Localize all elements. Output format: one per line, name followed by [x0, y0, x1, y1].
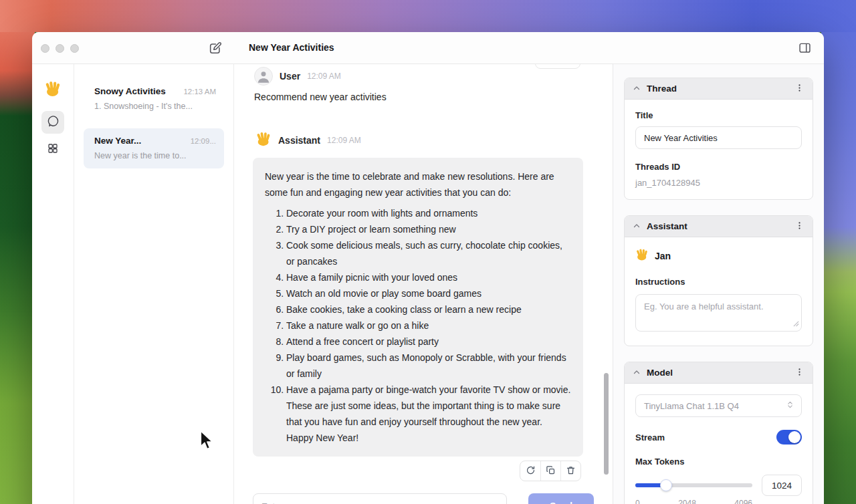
thread-item-title: Snowy Activities: [94, 86, 166, 96]
tick-label: 2048: [678, 499, 696, 504]
assistant-list-item: Play board games, such as Monopoly or Sc…: [286, 350, 571, 382]
thread-menu-button[interactable]: [794, 83, 805, 95]
kebab-menu-icon: [794, 221, 805, 233]
max-tokens-slider[interactable]: [635, 479, 752, 491]
close-window-icon[interactable]: [41, 44, 49, 53]
assistant-list-item: Have a family picnic with your loved one…: [286, 269, 571, 285]
assistant-list-item: Decorate your room with lights and ornam…: [286, 205, 571, 221]
stream-label: Stream: [635, 432, 665, 443]
assistant-name: Jan: [655, 251, 671, 261]
chevron-up-icon: [633, 221, 641, 233]
max-tokens-label: Max Tokens: [635, 457, 802, 467]
user-message-text: Recommend new year activities: [254, 92, 387, 102]
compose-icon: [208, 41, 223, 57]
assistant-list-item: Bake cookies, take a cooking class or le…: [286, 301, 571, 318]
thread-item-time: 12:13 AM: [183, 88, 216, 96]
chat-bubble-icon: [47, 115, 60, 130]
send-button[interactable]: Send: [528, 493, 594, 504]
chat-message-area: User 12:09 AM Recommend new year activit…: [234, 64, 613, 504]
regenerate-button[interactable]: [520, 461, 540, 481]
copy-button[interactable]: [540, 461, 560, 481]
assistant-card-header[interactable]: Assistant: [625, 216, 813, 237]
thread-list: Snowy Activities 12:13 AM 1. Snowshoeing…: [74, 64, 234, 504]
toggle-right-panel-button[interactable]: [796, 41, 813, 57]
jan-logo-hand-icon: [44, 80, 62, 98]
kebab-menu-icon: [794, 367, 805, 379]
threads-id-label: Threads ID: [635, 162, 802, 172]
model-card: Model TinyLlama Chat 1.1B Q4: [624, 362, 813, 504]
stream-toggle[interactable]: [776, 430, 802, 445]
chevron-up-icon: [633, 367, 641, 379]
assistant-message-intro: New year is the time to celebrate and ma…: [265, 168, 571, 201]
model-select[interactable]: TinyLlama Chat 1.1B Q4: [635, 394, 802, 417]
right-settings-panel: Thread Title Threads ID jan_1704128945: [613, 64, 824, 504]
chat-header-title: New Year Activities: [249, 42, 334, 53]
sidebar-panel-icon: [798, 41, 812, 57]
message-author: User: [280, 71, 300, 82]
assistant-list-item: Watch an old movie or play some board ga…: [286, 285, 571, 301]
card-title: Assistant: [647, 221, 687, 231]
message-actions-cutoff: [535, 64, 580, 69]
thread-card: Thread Title Threads ID jan_1704128945: [624, 78, 813, 200]
app-icon-rail: [32, 64, 74, 504]
title-field-label: Title: [635, 110, 802, 120]
assistant-list-item: Have a pajama party or binge-watch your …: [286, 382, 571, 446]
trash-icon: [566, 465, 576, 477]
model-menu-button[interactable]: [794, 367, 805, 379]
assistant-message-bubble: New year is the time to celebrate and ma…: [253, 158, 583, 457]
new-thread-button[interactable]: [207, 40, 224, 57]
slider-knob[interactable]: [660, 479, 672, 491]
chat-scrollbar-thumb[interactable]: [604, 373, 609, 475]
assistant-list-item: Cook some delicious meals, such as curry…: [286, 237, 571, 269]
message-action-bar: [520, 461, 581, 481]
message-time: 12:09 AM: [307, 72, 341, 81]
tick-label: 0: [635, 499, 640, 504]
model-card-header[interactable]: Model: [625, 362, 813, 384]
selected-model-name: TinyLlama Chat 1.1B Q4: [644, 401, 739, 411]
card-title: Thread: [647, 84, 677, 94]
message-author: Assistant: [278, 135, 320, 146]
assistant-card: Assistant: [624, 215, 813, 346]
assistant-list-item: Attend a free concert or playlist party: [286, 334, 571, 350]
instructions-label: Instructions: [635, 277, 802, 287]
message-time: 12:09 AM: [327, 136, 361, 145]
thread-card-header[interactable]: Thread: [625, 78, 813, 100]
select-updown-icon: [786, 400, 794, 412]
resize-grip-icon[interactable]: [793, 318, 799, 330]
slider-tick-labels: 0 2048 4096: [635, 499, 752, 504]
assistant-list-item: Take a nature walk or go on a hike: [286, 318, 571, 334]
chevron-up-icon: [633, 83, 641, 95]
desktop-wallpaper: New Year Activities: [0, 0, 856, 504]
assistant-activity-list: Decorate your room with lights and ornam…: [265, 205, 571, 446]
assistant-list-item: Try a DIY project or learn something new: [286, 221, 571, 237]
refresh-icon: [526, 465, 536, 477]
window-controls[interactable]: [41, 44, 79, 53]
card-title: Model: [647, 368, 673, 378]
nav-chat-button[interactable]: [41, 111, 64, 134]
thread-item-time: 12:09...: [191, 137, 216, 145]
delete-message-button[interactable]: [560, 461, 580, 481]
threads-id-value: jan_1704128945: [635, 178, 802, 188]
user-avatar: [254, 67, 273, 86]
copy-icon: [546, 465, 556, 477]
thread-item-preview: New year is the time to...: [94, 151, 216, 160]
instructions-textarea[interactable]: [635, 294, 802, 332]
nav-hub-button[interactable]: [41, 138, 64, 160]
thread-list-item-selected[interactable]: New Year... 12:09... New year is the tim…: [84, 128, 224, 168]
zoom-window-icon[interactable]: [70, 44, 79, 53]
message-input[interactable]: [253, 493, 507, 504]
thread-item-title: New Year...: [94, 136, 141, 146]
assistant-hand-icon: [635, 248, 649, 264]
window-topbar: New Year Activities: [32, 32, 824, 64]
assistant-menu-button[interactable]: [794, 221, 805, 233]
max-tokens-value-box[interactable]: 1024: [762, 475, 802, 496]
grid-icon: [47, 142, 59, 156]
thread-list-item[interactable]: Snowy Activities 12:13 AM 1. Snowshoeing…: [84, 79, 224, 119]
thread-item-preview: 1. Snowshoeing - It's the...: [94, 102, 216, 111]
app-window: New Year Activities: [32, 32, 824, 504]
kebab-menu-icon: [794, 83, 805, 95]
minimize-window-icon[interactable]: [56, 44, 64, 53]
tick-label: 4096: [734, 499, 752, 504]
assistant-avatar-hand-icon: [255, 131, 272, 150]
thread-title-input[interactable]: [635, 126, 802, 149]
